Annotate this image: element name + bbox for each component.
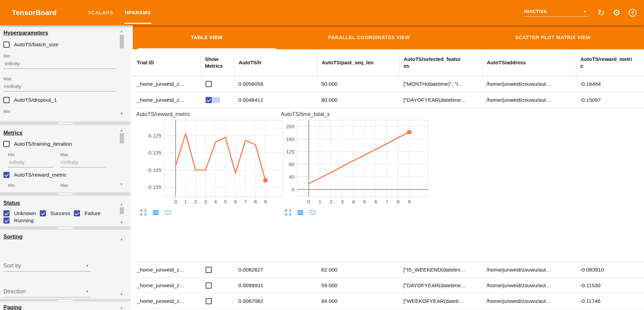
log-axis-lines-icon[interactable] (297, 209, 304, 216)
chart-plot-area[interactable]: 200160120804000123456789 (277, 119, 432, 207)
svg-text:3: 3 (204, 199, 207, 205)
scroll-down-icon[interactable]: ▼ (120, 221, 123, 224)
checkbox[interactable] (3, 97, 10, 103)
tab-scalars[interactable]: SCALARS (82, 0, 119, 25)
paging-heading: Paging (3, 305, 131, 310)
svg-text:1: 1 (319, 199, 321, 205)
section-status: Status Unknown Success Failure (0, 196, 131, 226)
svg-text:7: 7 (385, 199, 388, 205)
show-metrics-checkbox[interactable] (206, 97, 212, 103)
max-input[interactable]: +infinity (60, 159, 106, 167)
min-label: Min (8, 152, 53, 157)
cell-lr: 0.0058058 (234, 81, 317, 87)
checkbox[interactable] (3, 210, 10, 216)
reset-zoom-icon[interactable] (309, 209, 316, 216)
scroll-up-icon[interactable]: ▲ (120, 237, 123, 241)
svg-text:-0.155: -0.155 (147, 184, 161, 190)
tensorboard-hparams-screen: TensorBoard SCALARS HPARAMS INACTIVE ▾ ↻… (0, 0, 644, 310)
app-toolbar: TensorBoard SCALARS HPARAMS INACTIVE ▾ ↻… (0, 0, 644, 25)
svg-text:6: 6 (234, 199, 237, 205)
col-header-address[interactable]: AutoTS/address (482, 49, 576, 76)
show-metrics-cell (200, 298, 234, 304)
cell-address: /home/junweid/zouwu/aut… (482, 298, 576, 304)
tab-parallel-coordinates-view[interactable]: PARALLEL COORDINATES VIEW (276, 25, 462, 49)
cell-trial-id: _home_junweid_z… (133, 267, 200, 273)
checkbox[interactable] (74, 210, 80, 216)
scroll-down-icon[interactable]: ▼ (120, 182, 123, 186)
min-input[interactable]: -infinity (8, 159, 53, 167)
col-header-reward-metric[interactable]: AutoTS/reward_metric (576, 49, 644, 76)
table-rows-top: _home_junweid_z…0.005805850.000["MONTH(d… (133, 76, 644, 108)
svg-text:2: 2 (329, 199, 332, 205)
section-metrics: Metrics AutoTS/training_iteration Min -i… (0, 125, 131, 192)
cell-past-seq-len: 62.000 (317, 267, 399, 273)
svg-text:0: 0 (307, 199, 310, 205)
refresh-icon[interactable]: ↻ (598, 9, 605, 17)
panel-resize-divider[interactable] (0, 226, 131, 230)
svg-text:7: 7 (244, 199, 247, 205)
help-icon[interactable]: ? (629, 9, 637, 17)
chart-plot-area[interactable]: -0.125-0.135-0.145-0.1550123456789 (133, 119, 288, 207)
panel-resize-divider[interactable] (0, 299, 131, 301)
toolbar-right: INACTIVE ▾ ↻ ⚙ ? (524, 9, 641, 17)
max-input[interactable]: +infinity (3, 83, 116, 92)
scroll-up-icon[interactable]: ▲ (120, 202, 123, 206)
tab-hparams[interactable]: HPARAMS (119, 0, 157, 25)
fullscreen-icon[interactable] (140, 209, 147, 216)
cell-past-seq-len: 59.000 (317, 282, 399, 289)
tab-scatter-plot-matrix-view[interactable]: SCATTER PLOT MATRIX VIEW (462, 25, 644, 49)
scroll-down-icon[interactable]: ▼ (120, 292, 123, 296)
checkbox[interactable] (3, 217, 10, 224)
panel-resize-divider[interactable] (0, 121, 131, 125)
min-label: Min (3, 54, 131, 59)
min-input[interactable]: -infinity (3, 61, 116, 69)
line-chart-svg[interactable]: 200160120804000123456789 (277, 119, 430, 205)
svg-text:0: 0 (174, 199, 177, 205)
scroll-thumb[interactable] (120, 207, 124, 214)
show-metrics-checkbox[interactable] (206, 298, 212, 304)
plugin-tabs: SCALARS HPARAMS (82, 0, 157, 25)
section-scrollbar: ▲ ▼ (119, 196, 125, 226)
panel-resize-divider[interactable] (0, 192, 131, 196)
show-metrics-cell (200, 97, 234, 103)
scroll-up-icon[interactable]: ▲ (120, 29, 123, 33)
run-status-dropdown[interactable]: INACTIVE ▾ (524, 9, 588, 17)
checkbox[interactable] (40, 210, 46, 216)
tab-table-view[interactable]: TABLE VIEW (138, 25, 276, 49)
cell-address: /home/junweid/zouwu/aut… (482, 267, 576, 273)
col-header-selected-features[interactable]: AutoTS/selected_features (399, 49, 482, 76)
show-metrics-checkbox[interactable] (206, 282, 212, 289)
checkbox[interactable] (3, 172, 10, 178)
show-metrics-checkbox[interactable] (206, 267, 212, 273)
log-axis-lines-icon[interactable] (152, 209, 159, 216)
settings-gear-icon[interactable]: ⚙ (613, 9, 621, 17)
view-tabs: TABLE VIEW PARALLEL COORDINATES VIEW SCA… (133, 25, 644, 49)
metric-item-reward-metric: AutoTS/reward_metric (3, 172, 131, 178)
app-title: TensorBoard (12, 9, 57, 17)
scroll-thumb[interactable] (120, 35, 124, 48)
cell-lr: 0.0099931 (234, 282, 317, 289)
col-header-trial-id[interactable]: Trial ID (133, 49, 200, 76)
max-label: Max (60, 183, 106, 188)
col-header-lr[interactable]: AutoTS/lr (234, 49, 317, 76)
metrics-heading: Metrics (3, 130, 131, 136)
cell-past-seq-len: 80.000 (317, 97, 399, 103)
checkbox[interactable] (3, 141, 10, 147)
col-header-show-metrics[interactable]: Show Metrics (200, 49, 234, 76)
scroll-thumb[interactable] (120, 133, 124, 143)
col-header-past-seq-len[interactable]: AutoTS/past_seq_len (317, 49, 399, 76)
show-metrics-checkbox[interactable] (206, 81, 212, 87)
reset-zoom-icon[interactable] (164, 209, 172, 216)
svg-text:9: 9 (264, 199, 267, 205)
active-tab-indicator (138, 48, 276, 49)
fullscreen-icon[interactable] (285, 209, 292, 216)
checkbox[interactable] (3, 42, 10, 48)
direction-dropdown[interactable]: Direction ▾ (3, 288, 91, 297)
scroll-up-icon[interactable]: ▲ (120, 306, 123, 309)
cell-reward-metric: -0.15097 (576, 97, 644, 103)
show-metrics-cell (200, 81, 234, 87)
sort-by-dropdown[interactable]: Sort by ▾ (3, 262, 91, 272)
scroll-up-icon[interactable]: ▲ (120, 128, 123, 132)
scroll-down-icon[interactable]: ▼ (120, 112, 123, 115)
line-chart-svg[interactable]: -0.125-0.135-0.145-0.1550123456789 (133, 119, 285, 205)
